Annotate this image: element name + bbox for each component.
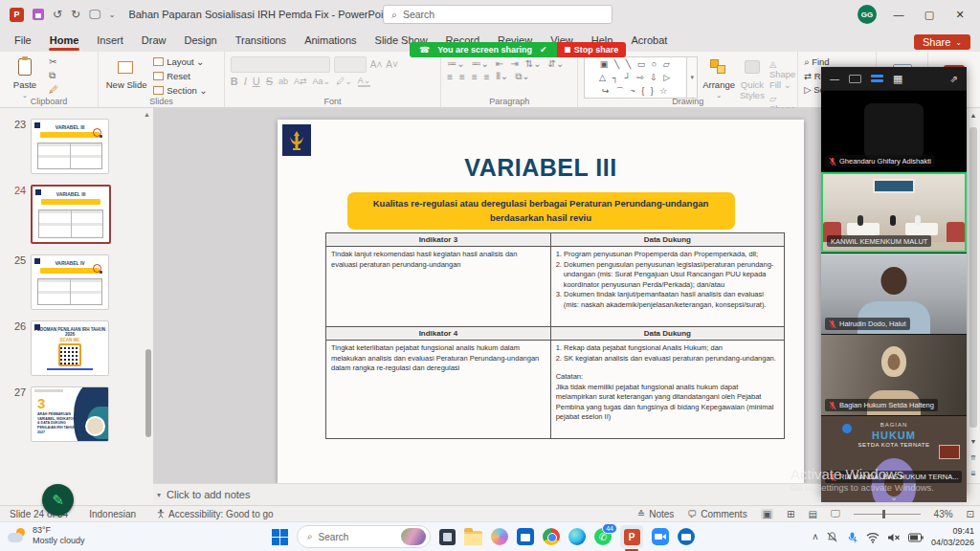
qat-customize-chevron-icon[interactable]: ⌄ [109, 11, 116, 19]
user-avatar[interactable]: GG [858, 5, 877, 24]
tab-design[interactable]: Design [183, 32, 217, 49]
comments-toggle[interactable]: 🗩 Comments [687, 509, 746, 519]
thumbnails-scrollbar[interactable] [145, 349, 151, 437]
align-right-icon[interactable]: ≡ [472, 72, 478, 82]
tab-file[interactable]: File [13, 32, 33, 49]
edge-icon[interactable] [568, 528, 586, 545]
next-slide-icon[interactable]: ⇊ [967, 470, 980, 477]
whatsapp-icon[interactable]: ✆ 44 [594, 528, 612, 545]
zoom-app-icon[interactable] [652, 528, 669, 545]
shapes-gallery-scroll[interactable]: ▾ [687, 56, 698, 99]
language-status[interactable]: Indonesian [89, 509, 136, 519]
wifi-icon[interactable] [866, 532, 880, 543]
copilot-icon[interactable] [491, 528, 508, 545]
tab-animations[interactable]: Animations [303, 32, 357, 49]
notifications-off-icon[interactable] [826, 531, 838, 543]
underline-button[interactable]: U [253, 76, 260, 87]
thumbnails-scroll-up-icon[interactable]: ▲ [144, 111, 150, 118]
reading-view-icon[interactable]: ▤ [809, 509, 817, 519]
slideshow-icon[interactable]: 🖵 [89, 8, 100, 21]
chevron-down-icon[interactable]: ⌄ [890, 493, 898, 502]
slide-thumbnail-23[interactable]: VARIABEL III [31, 119, 109, 174]
chrome-icon[interactable] [543, 528, 560, 545]
smartart-icon[interactable]: ⧉⌄ [515, 71, 530, 82]
reset-button[interactable]: Reset [153, 71, 207, 81]
tab-draw[interactable]: Draw [141, 32, 167, 49]
paste-button[interactable]: Paste ⌄ [6, 56, 44, 99]
save-icon[interactable] [33, 9, 44, 20]
increase-indent-icon[interactable]: ⇥ [510, 58, 518, 69]
participant-tile-active-speaker[interactable]: KANWIL KEMENKUM MALUT [821, 172, 967, 253]
tab-home[interactable]: Home [49, 32, 80, 49]
align-left-icon[interactable]: ≡ [447, 72, 453, 82]
change-case-icon[interactable]: Aa⌄ [313, 77, 331, 86]
slide-thumbnail-25[interactable]: VARIABEL IV [31, 254, 109, 310]
fit-to-window-icon[interactable]: ⊡ [967, 509, 974, 519]
arrange-button[interactable]: Arrange ⌄ [702, 56, 735, 99]
taskbar-search[interactable]: ⌕ Search [297, 525, 431, 548]
zoom-meeting-window[interactable]: — ▦ ⇗ Gheandaru Ghifary Adishakti KANWIL [821, 67, 967, 497]
task-view-button[interactable] [439, 529, 456, 545]
accessibility-status[interactable]: Accessibility: Good to go [157, 509, 274, 519]
decrease-indent-icon[interactable]: ⇤ [496, 58, 503, 69]
quick-styles-button[interactable]: Quick Styles [740, 56, 765, 101]
start-button[interactable] [272, 529, 288, 545]
new-slide-button[interactable]: New Slide [104, 56, 148, 90]
gallery-view-icon[interactable]: ▦ [893, 73, 902, 85]
battery-icon[interactable] [908, 533, 924, 542]
slide-thumbnail-27[interactable]: 3 ARAH PEMBARUAN VARIABEL, INDIKATOR, & … [31, 386, 109, 442]
slide-sorter-view-icon[interactable]: ⊞ [787, 509, 794, 519]
highlight-icon[interactable]: 🖊⌄ [336, 77, 352, 86]
slide-thumbnail-26[interactable]: PEDOMAN PENILAIAN IRH TAHUN 2026 SCAN ME [31, 320, 109, 376]
scrollbar-thumb[interactable] [969, 127, 977, 428]
titlebar-search[interactable]: ⌕ Search [383, 5, 612, 24]
tab-acrobat[interactable]: Acrobat [630, 32, 668, 49]
bold-button[interactable]: B [231, 76, 238, 87]
notes-chevron-icon[interactable]: ▾ [153, 491, 167, 499]
strikethrough-button[interactable]: S [266, 76, 273, 87]
shapes-gallery[interactable]: ▣ ╲ ╲ ▭ ○ ▱ △ ┐ ┘ ⇨ ⇩ ▷ ↪ ⌒ ~ { } ☆ [584, 56, 687, 99]
participant-tile[interactable]: Gheandaru Ghifary Adishakti [821, 91, 967, 171]
search-highlight-image[interactable] [401, 528, 426, 545]
shape-fill-button[interactable]: ◬ Shape Fill ⌄ [769, 58, 798, 90]
share-button[interactable]: Share ⌄ [914, 34, 970, 50]
section-button[interactable]: Section ⌄ [153, 85, 207, 96]
minimize-button[interactable]: — [890, 9, 907, 20]
current-slide[interactable]: VARIABEL III Kualitas re-regulasi atau d… [278, 120, 804, 483]
bullets-icon[interactable]: ≔⌄ [447, 58, 464, 69]
columns-icon[interactable]: ⫴⌄ [497, 71, 509, 82]
zoom-percent[interactable]: 43% [934, 509, 953, 519]
speaker-view-icon[interactable] [849, 75, 861, 83]
clear-format-icon[interactable]: ab [278, 77, 288, 86]
participant-tile[interactable]: Bagian Hukum Setda Halteng [821, 335, 967, 415]
weather-widget[interactable]: 83°F Mostly cloudy [8, 525, 85, 547]
font-size-select[interactable] [334, 56, 367, 73]
speaker-muted-icon[interactable] [887, 532, 901, 543]
notes-toggle[interactable]: ≙ Notes [637, 509, 675, 519]
scroll-down-icon[interactable]: ▼ [967, 438, 980, 445]
undo-icon[interactable]: ↺ [53, 8, 62, 21]
annotation-pen-button[interactable]: ✎ [42, 484, 74, 516]
zoom-slider[interactable] [854, 514, 921, 515]
font-name-select[interactable] [231, 56, 330, 73]
close-button[interactable]: ✕ [951, 9, 969, 21]
zoom-minimize-icon[interactable]: — [830, 74, 839, 84]
character-spacing-icon[interactable]: A⇄ [294, 77, 307, 86]
zoom-slider-thumb[interactable] [882, 510, 885, 518]
participant-tile[interactable]: BAGIAN HUKUM SETDA KOTA TERNATE RIA MAND… [821, 416, 967, 502]
italic-button[interactable]: I [244, 76, 247, 87]
numbering-icon[interactable]: ≕⌄ [472, 58, 489, 69]
align-center-icon[interactable]: ≡ [459, 72, 465, 82]
tab-transitions[interactable]: Transitions [234, 32, 287, 49]
active-view-icon[interactable] [871, 75, 883, 83]
microsoft-store-icon[interactable] [517, 528, 534, 545]
microphone-access-icon[interactable] [846, 531, 858, 543]
expand-icon[interactable]: ⇗ [950, 74, 958, 84]
taskbar-clock[interactable]: 09:41 04/03/2026 [931, 526, 974, 548]
line-spacing-icon[interactable]: ⇅⌄ [525, 58, 542, 69]
redo-icon[interactable]: ↻ [71, 8, 80, 21]
previous-slide-icon[interactable]: ⇈ [967, 454, 980, 462]
increase-font-icon[interactable]: A˄ [370, 59, 383, 70]
participant-tile[interactable]: Hairudin Dodo, Halut [821, 253, 967, 334]
scroll-up-icon[interactable]: ▲ [967, 112, 980, 119]
